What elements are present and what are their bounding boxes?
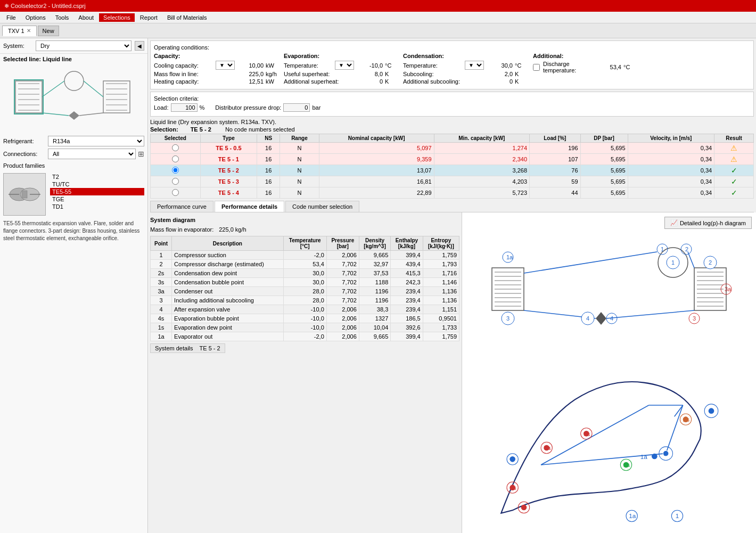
chart-icon: 📈 <box>670 219 678 226</box>
family-item-tutc[interactable]: TU/TC <box>50 181 144 188</box>
details-row: 1a Evaporator out -2,0 2,006 9,665 399,4… <box>151 332 459 341</box>
cooling-capacity-dropdown[interactable]: ▼ <box>216 61 235 70</box>
load-unit: % <box>200 104 205 111</box>
ph-diagram-svg: 1 1a 1s 2 2s <box>464 354 754 524</box>
col-type: Type <box>200 134 257 143</box>
svg-text:1: 1 <box>661 246 664 252</box>
tab-performance-curve[interactable]: Performance curve <box>150 201 213 212</box>
row-radio[interactable] <box>172 167 179 174</box>
new-tab-button[interactable]: New <box>38 26 59 36</box>
col-density: Density[kg/m^3] <box>359 236 390 251</box>
cond-temp-value: 30,0 <box>486 62 513 69</box>
details-row: 1s Evaporation dew point -10,0 2,006 10,… <box>151 323 459 332</box>
distributor-pressure-drop-unit: bar <box>312 104 321 111</box>
svg-text:1a: 1a <box>640 453 648 460</box>
load-input[interactable] <box>171 103 198 112</box>
row-result: ✓ <box>714 165 754 176</box>
menu-options[interactable]: Options <box>21 13 50 22</box>
svg-marker-49 <box>601 312 606 325</box>
family-item-td1[interactable]: TD1 <box>50 203 144 210</box>
cond-temp-dropdown[interactable]: ▼ <box>465 61 484 70</box>
svg-line-51 <box>688 252 694 268</box>
detail-entropy: 0,9501 <box>423 314 459 323</box>
detail-pressure: 2,006 <box>326 305 359 314</box>
row-min: 2,340 <box>434 154 529 165</box>
table-row[interactable]: TE 5 - 4 16 N 22,89 5,723 44 5,695 0,34 … <box>151 187 754 199</box>
table-row[interactable]: TE 5 - 2 16 N 13,07 3,268 76 5,695 0,34 … <box>151 165 754 176</box>
details-row: 2 Compressor discharge (estimated) 53,4 … <box>151 260 459 269</box>
details-row: 1 Compressor suction -2,0 2,006 9,665 39… <box>151 251 459 260</box>
additional-subcooling-field: Additional subcooling: 0 K <box>403 78 531 85</box>
svg-text:1s: 1s <box>623 461 630 468</box>
discharge-temp-field: Discharge temperature: 53,4 °C <box>533 61 639 73</box>
svg-text:2: 2 <box>709 259 712 266</box>
detail-enthalpy: 392,6 <box>391 323 423 332</box>
detail-enthalpy: 239,4 <box>391 287 423 296</box>
detail-density: 1196 <box>359 296 390 305</box>
family-item-te5-55[interactable]: TE5-55 <box>50 188 144 195</box>
detail-entropy: 1,716 <box>423 269 459 278</box>
col-selected: Selected <box>151 134 201 143</box>
selection-criteria: Selection criteria: Load: % Distributor … <box>150 92 754 117</box>
additional-superheat-unit: K <box>385 78 401 85</box>
table-row[interactable]: TE 5 - 3 16 N 16,81 4,203 59 5,695 0,34 … <box>151 176 754 187</box>
family-item-t2[interactable]: T2 <box>50 173 144 181</box>
menu-tools[interactable]: Tools <box>51 13 73 22</box>
tab-code-number-selection[interactable]: Code number selection <box>285 201 359 212</box>
detail-description: Including additional subcooling <box>172 296 284 305</box>
menu-selections[interactable]: Selections <box>99 13 135 22</box>
table-row[interactable]: TE 5 - 1 16 N 9,359 2,340 107 5,695 0,34… <box>151 154 754 165</box>
family-item-tge[interactable]: TGE <box>50 195 144 203</box>
menu-about[interactable]: About <box>74 13 98 22</box>
refrigerant-select[interactable]: R134a <box>48 136 144 146</box>
row-dp: 5,695 <box>580 176 628 187</box>
evap-temp-dropdown[interactable]: ▼ <box>335 61 354 70</box>
row-radio[interactable] <box>172 155 179 162</box>
discharge-temp-checkbox[interactable] <box>533 64 540 71</box>
detail-pressure: 7,702 <box>326 260 359 269</box>
detail-description: After expansion valve <box>172 305 284 314</box>
row-range: N <box>280 154 319 165</box>
connections-select[interactable]: All <box>48 149 136 159</box>
app-title: Coolselector2 - Untitled.csprj <box>11 3 86 9</box>
row-radio[interactable] <box>172 178 179 185</box>
menu-file[interactable]: File <box>2 13 20 22</box>
detail-pressure: 7,702 <box>326 296 359 305</box>
connections-expand-icon[interactable]: ⊞ <box>138 150 144 158</box>
op-conditions-title: Operating conditions: <box>154 44 750 51</box>
mass-flow-label: Mass flow in line: <box>154 71 235 77</box>
app-icon: ❄ <box>4 3 9 10</box>
menu-report[interactable]: Report <box>136 13 162 22</box>
tab-close-icon[interactable]: ✕ <box>27 28 31 34</box>
refrigeration-diagram <box>10 68 138 132</box>
distributor-pressure-drop-field: Distributor pressure drop: bar <box>215 103 321 112</box>
distributor-pressure-drop-input[interactable] <box>283 103 310 112</box>
detail-temperature: -2,0 <box>283 251 326 260</box>
row-radio[interactable] <box>172 144 179 151</box>
additional-superheat-field: Additional superheat: 0 K <box>284 78 401 85</box>
svg-text:4: 4 <box>522 504 526 511</box>
mass-flow-field: Mass flow in line: 225,0 kg/h <box>154 71 282 77</box>
svg-rect-74 <box>473 354 745 524</box>
detail-description: Evaporator out <box>172 332 284 341</box>
collapse-button[interactable]: ◀ <box>135 41 144 51</box>
load-field: Load: % <box>154 103 204 112</box>
svg-marker-48 <box>596 312 601 325</box>
tab-txv1[interactable]: TXV 1 ✕ <box>2 26 37 36</box>
detail-enthalpy: 415,3 <box>391 269 423 278</box>
menu-bar: File Options Tools About Selections Repo… <box>0 12 756 23</box>
tab-bar: TXV 1 ✕ New <box>0 23 756 38</box>
menu-bom[interactable]: Bill of Materials <box>163 13 211 22</box>
tab-performance-details[interactable]: Performance details <box>215 201 284 212</box>
row-type: TE 5 - 2 <box>200 165 257 176</box>
detail-enthalpy: 439,4 <box>391 260 423 269</box>
row-radio[interactable] <box>172 189 179 196</box>
svg-text:3a: 3a <box>725 286 732 292</box>
detailed-log-button[interactable]: 📈 Detailed log(p)-h diagram <box>664 217 752 229</box>
system-select[interactable]: Dry <box>36 40 132 51</box>
table-row[interactable]: TE 5 - 0.5 16 N 5,097 1,274 196 5,695 0,… <box>151 143 754 154</box>
right-panel: Operating conditions: Capacity: Cooling … <box>148 38 756 533</box>
capacity-section: Capacity: Cooling capacity: ▼ 10,00 kW M… <box>154 53 282 86</box>
cond-temp-field: Temperature: ▼ 30,0 °C <box>403 61 531 70</box>
col-range: Range <box>280 134 319 143</box>
